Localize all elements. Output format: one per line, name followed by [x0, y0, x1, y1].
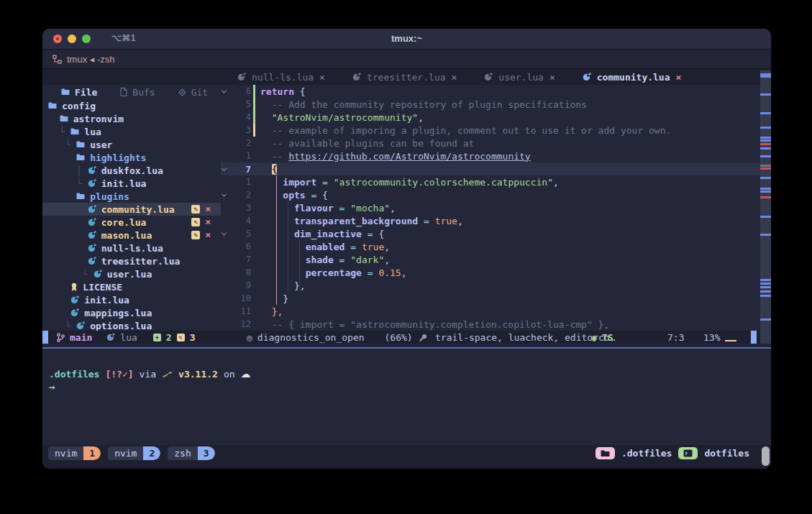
tree-item-mason.lua[interactable]: mason.lua✎×: [42, 229, 221, 242]
buffer-tab-label: null-ls.lua: [252, 72, 314, 83]
code-line[interactable]: 1 -- https://github.com/AstroNvim/astroc…: [221, 150, 760, 162]
tree-item-LICENSE[interactable]: LICENSE: [42, 280, 221, 293]
tree-item-core.lua[interactable]: core.lua✎×: [42, 216, 221, 229]
code-line[interactable]: 3 -- example of imporing a plugin, comme…: [221, 124, 760, 137]
diamond-icon: [178, 88, 186, 96]
filetype-label: lua: [120, 332, 137, 343]
doc-icon: [120, 88, 127, 96]
tree-item-mappings.lua[interactable]: mappings.lua: [42, 306, 221, 319]
tmux-path-label: .dotfiles: [621, 448, 672, 459]
buffer-tab-user.lua[interactable]: user.lua×: [470, 69, 568, 85]
unsaved-close-icon[interactable]: ×: [205, 231, 211, 239]
code-line[interactable]: 6return {: [221, 85, 760, 98]
terminal-tab-label[interactable]: tmux ◂ -zsh: [67, 54, 114, 65]
tree-item-community.lua[interactable]: community.lua✎×: [42, 203, 221, 216]
tab-close-icon[interactable]: ×: [452, 72, 457, 83]
tree-item-treesitter.lua[interactable]: treesitter.lua: [42, 254, 221, 267]
code-line[interactable]: 4 transparent_background = true,: [221, 214, 760, 227]
tree-item-init.lua[interactable]: init.lua: [42, 293, 221, 306]
scrollbar-mark: [760, 143, 771, 145]
tree-item-init.lua[interactable]: └ init.lua: [42, 177, 221, 190]
code-text: -- { import = "astrocommunity.completion…: [257, 319, 609, 330]
code-line[interactable]: 10 }: [221, 292, 760, 305]
titlebar: ⌥⌘1 tmux:~: [42, 29, 771, 50]
code-text: }: [257, 293, 288, 304]
tree-item-astronvim[interactable]: astronvim: [42, 112, 221, 125]
fold-icon[interactable]: [221, 193, 232, 198]
line-number: 2: [232, 138, 251, 148]
code-text: -- available plugins can be found at: [257, 138, 474, 149]
tree-item-highlights[interactable]: highlights: [42, 151, 221, 164]
code-line[interactable]: 7 shade = "dark",: [221, 253, 760, 266]
git-sign: [251, 279, 257, 292]
python-icon: [162, 370, 173, 379]
tree-item-duskfox.lua[interactable]: │ duskfox.lua: [42, 164, 221, 177]
sidebar-tab-bufs[interactable]: Bufs: [110, 85, 165, 99]
code-line[interactable]: 5 dim_inactive = {: [221, 227, 760, 240]
code-line[interactable]: 11 },: [221, 305, 760, 318]
buffer-tab-label: treesitter.lua: [367, 72, 446, 83]
git-sign: [251, 111, 257, 124]
code-line[interactable]: 5 -- Add the community repository of plu…: [221, 98, 760, 111]
scrollbar-mark: [760, 137, 771, 139]
file-tree: config astronvim └ lua └ user highlights…: [42, 99, 221, 332]
tab-close-icon[interactable]: ×: [319, 72, 325, 83]
unsaved-close-icon[interactable]: ×: [205, 205, 211, 214]
code-line[interactable]: 4 "AstroNvim/astrocommunity",: [221, 111, 760, 124]
code-line[interactable]: 8 percentage = 0.15,: [221, 266, 760, 279]
sidebar-tab-git[interactable]: Git: [168, 85, 218, 99]
git-modified-icon: ✎: [177, 334, 185, 341]
line-number: 1: [232, 177, 251, 187]
code-editor[interactable]: 6return {5 -- Add the community reposito…: [221, 85, 760, 331]
tab-close-icon[interactable]: ×: [676, 72, 682, 83]
code-line[interactable]: 2 -- available plugins can be found at: [221, 137, 760, 150]
git-sign: [251, 227, 257, 240]
tmux-window-zsh-3[interactable]: zsh3: [168, 446, 214, 460]
tree-item-plugins[interactable]: plugins: [42, 190, 221, 203]
line-number: 9: [232, 280, 251, 290]
buffer-tab-label: community.lua: [597, 72, 670, 83]
tree-item-lua[interactable]: └ lua: [42, 125, 221, 138]
code-line[interactable]: 9 },: [221, 279, 760, 292]
lua-icon: [70, 295, 79, 304]
tree-item-user.lua[interactable]: └ user.lua: [42, 267, 221, 280]
statusline-linters: trail-space, luacheck, editorco…: [435, 331, 615, 344]
buffer-tab-community.lua[interactable]: community.lua×: [569, 69, 695, 85]
lua-file-icon: [352, 73, 361, 81]
scrollbar-mark: [760, 234, 771, 236]
scrollbar-thumb[interactable]: [762, 446, 770, 466]
tree-item-config[interactable]: config: [42, 99, 221, 112]
code-text: flavour = "mocha",: [257, 203, 396, 214]
buffer-tab-treesitter.lua[interactable]: treesitter.lua×: [339, 69, 470, 85]
line-number: 5: [232, 229, 251, 239]
fold-icon[interactable]: [221, 89, 232, 94]
code-line[interactable]: 12 -- { import = "astrocommunity.complet…: [221, 318, 760, 331]
git-sign: [251, 188, 257, 201]
tmux-window-nvim-2[interactable]: nvim2: [108, 446, 160, 460]
line-number: 6: [232, 86, 251, 96]
fold-icon[interactable]: [221, 167, 232, 172]
python-version: v3.11.2: [178, 369, 218, 380]
code-line[interactable]: 6 enabled = true,: [221, 240, 760, 253]
prompt-arrow: →: [49, 381, 55, 393]
line-number: 2: [232, 190, 251, 200]
sidebar-tab-file[interactable]: File: [51, 85, 107, 99]
tree-item-null-ls.lua[interactable]: null-ls.lua: [42, 242, 221, 254]
tree-item-user[interactable]: └ user: [42, 138, 221, 151]
tab-close-icon[interactable]: ×: [549, 72, 555, 83]
code-line[interactable]: 7 {: [221, 162, 760, 175]
tmux-window-nvim-1[interactable]: nvim1: [48, 446, 101, 460]
ribbon-icon: [70, 283, 78, 292]
buffer-tab-null-ls.lua[interactable]: null-ls.lua×: [224, 69, 339, 85]
scrollbar-mark: [760, 196, 771, 198]
code-line[interactable]: 1 import = "astrocommunity.colorscheme.c…: [221, 175, 760, 188]
unsaved-close-icon[interactable]: ×: [205, 218, 211, 226]
tmux-session-info: .dotfiles dotfiles: [596, 446, 749, 460]
shell-pane[interactable]: .dotfiles [!?✓] via v3.11.2 on ☁ →: [42, 349, 771, 445]
code-text: percentage = 0.15,: [257, 267, 407, 278]
code-line[interactable]: 2 opts = {: [221, 188, 760, 201]
code-line[interactable]: 3 flavour = "mocha",: [221, 201, 760, 214]
editor-scrollbar[interactable]: [760, 70, 771, 344]
fold-icon[interactable]: [221, 231, 232, 237]
terminal-session-icon: [678, 447, 698, 459]
